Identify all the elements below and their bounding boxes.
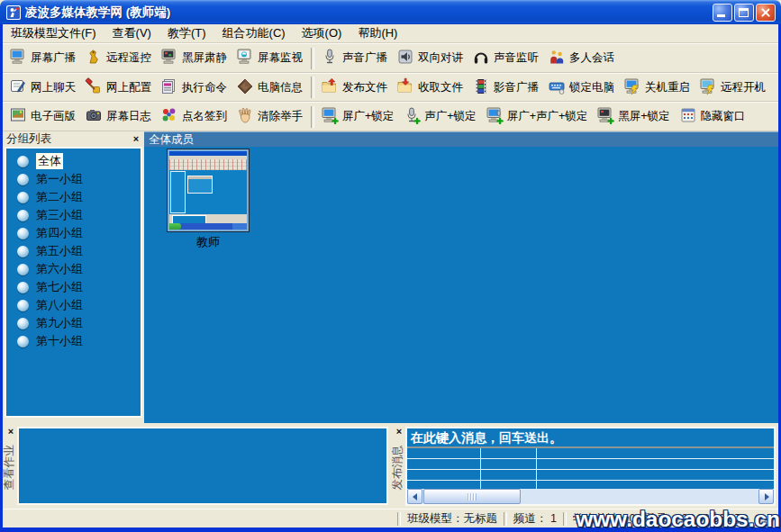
toolbar-button-voice-lock[interactable]: 声广+锁定: [399, 104, 481, 129]
group-item[interactable]: 全体: [6, 152, 141, 170]
toolbar-button-lock-computer[interactable]: 锁定电脑: [544, 76, 620, 100]
toolbar-button-exec-command[interactable]: 执行命令: [157, 76, 232, 100]
toolbar-button-label: 锁定电脑: [569, 80, 614, 95]
toolbar-button-net-chat[interactable]: 网上聊天: [5, 76, 81, 100]
toolbar-button-screen-broadcast[interactable]: 屏幕广播: [5, 46, 81, 70]
toolbar-button-net-config[interactable]: 网上配置: [81, 76, 157, 100]
scrollbar-thumb[interactable]: [423, 489, 521, 504]
toolbar-button-label: 网上配置: [106, 80, 151, 95]
homework-tab-label: 查看作业: [2, 437, 17, 499]
toolbar-button-label: 关机重启: [645, 80, 690, 95]
members-header-label: 全体成员: [149, 132, 194, 148]
group-item[interactable]: 第三小组: [6, 206, 141, 224]
message-input[interactable]: 在此键入消息，回车送出。: [407, 428, 774, 448]
collect-file-icon: [396, 77, 414, 98]
group-ball-icon: [17, 300, 29, 311]
toolbar-button-black-screen[interactable]: 黑屏肃静: [157, 46, 232, 70]
maximize-button[interactable]: [734, 4, 754, 22]
group-item[interactable]: 第八小组: [6, 296, 141, 314]
group-label: 第八小组: [36, 297, 83, 313]
toolbar-button-remote-poweron[interactable]: 远程开机: [695, 76, 771, 100]
group-label: 第九小组: [36, 315, 83, 331]
menu-item[interactable]: 组合功能(C): [214, 23, 294, 43]
toolbar-button-send-file[interactable]: 发布文件: [317, 76, 393, 100]
toolbar-button-label: 多人会话: [569, 50, 614, 66]
menu-item[interactable]: 帮助(H): [350, 23, 405, 43]
group-ball-icon: [17, 246, 29, 257]
toolbar-button-screen-voice-lock[interactable]: 屏广+声广+锁定: [482, 104, 594, 129]
menu-item[interactable]: 查看(V): [104, 23, 159, 43]
group-item[interactable]: 第六小组: [6, 260, 141, 278]
window-border-left: [0, 24, 3, 527]
multi-chat-icon: [548, 48, 566, 68]
toolbar-button-clear-hands[interactable]: 清除举手: [232, 104, 308, 129]
group-ball-icon: [17, 282, 29, 293]
group-item[interactable]: 第十小组: [6, 332, 141, 350]
toolbar-button-shutdown-restart[interactable]: 关机重启: [620, 76, 695, 100]
menu-item[interactable]: 选项(O): [294, 23, 350, 43]
group-ball-icon: [17, 336, 29, 347]
member-item: 教师: [167, 149, 250, 250]
toolbar-button-collect-file[interactable]: 收取文件: [393, 76, 468, 100]
toolbar-button-roll-call[interactable]: 点名签到: [157, 104, 232, 129]
black-screen-icon: [160, 48, 178, 68]
group-list-close-icon[interactable]: ×: [130, 133, 142, 145]
group-ball-icon: [17, 228, 29, 239]
toolbar-button-label: 远程开机: [721, 80, 766, 95]
toolbar-button-two-way-talk[interactable]: 双向对讲: [393, 46, 468, 70]
grid-column-line: [536, 448, 537, 489]
shutdown-restart-icon: [623, 77, 641, 98]
toolbar-button-screen-lock[interactable]: 屏广+锁定: [317, 104, 399, 129]
toolbar-button-label: 执行命令: [182, 80, 227, 95]
toolbar-button-blackscreen-lock[interactable]: 黑屏+锁定: [593, 104, 675, 129]
media-broadcast-icon: [472, 77, 490, 98]
group-item[interactable]: 第九小组: [6, 314, 141, 332]
toolbar-button-label: 屏幕日志: [106, 109, 151, 124]
toolbar-row-2: 网上聊天网上配置执行命令电脑信息发布文件收取文件影音广播锁定电脑关机重启远程开机: [3, 73, 778, 102]
toolbar-button-screen-log[interactable]: 屏幕日志: [81, 104, 157, 129]
toolbar-button-label: 发布文件: [342, 80, 387, 95]
group-item[interactable]: 第四小组: [6, 224, 141, 242]
message-close-icon[interactable]: ×: [393, 426, 405, 437]
group-item[interactable]: 第五小组: [6, 242, 141, 260]
group-label: 第十小组: [36, 333, 83, 349]
toolbar-button-computer-info[interactable]: 电脑信息: [232, 76, 308, 100]
voice-lock-icon: [403, 106, 421, 127]
remote-poweron-icon: [699, 77, 717, 98]
toolbar-button-media-broadcast[interactable]: 影音广播: [468, 76, 544, 100]
teacher-thumbnail[interactable]: [167, 149, 250, 232]
screen-voice-lock-icon: [486, 106, 504, 127]
whiteboard-icon: [9, 106, 27, 127]
scrollbar-track[interactable]: [521, 489, 758, 504]
toolbar-button-whiteboard[interactable]: 电子画版: [5, 104, 81, 129]
group-label: 第五小组: [36, 243, 83, 259]
horizontal-scrollbar: [407, 489, 774, 504]
menu-bar: 班级模型文件(F)查看(V)教学(T)组合功能(C)选项(O)帮助(H): [3, 24, 778, 43]
menu-item[interactable]: 班级模型文件(F): [3, 23, 104, 43]
scroll-right-icon[interactable]: [758, 489, 774, 504]
close-button[interactable]: [756, 4, 776, 22]
toolbar-button-label: 声音监听: [494, 50, 539, 66]
toolbar-button-voice-monitor[interactable]: 声音监听: [468, 46, 544, 70]
toolbar-button-voice-broadcast[interactable]: 声音广播: [317, 46, 393, 70]
toolbar-button-screen-monitor[interactable]: 屏幕监视: [232, 46, 308, 70]
homework-close-icon[interactable]: ×: [5, 426, 17, 437]
toolbar-button-remote-control[interactable]: 远程遥控: [81, 46, 157, 70]
toolbar-button-label: 屏幕监视: [258, 50, 303, 66]
group-item[interactable]: 第七小组: [6, 278, 141, 296]
group-item[interactable]: 第一小组: [6, 170, 141, 188]
toolbar-button-label: 电子画版: [31, 109, 76, 124]
message-panel: × 发布消息 在此键入消息，回车送出。: [391, 423, 778, 509]
toolbar-button-multi-chat[interactable]: 多人会话: [544, 46, 620, 70]
scroll-left-icon[interactable]: [407, 489, 422, 504]
toolbar-button-hide-window[interactable]: 隐藏窗口: [676, 104, 751, 129]
group-item[interactable]: 第二小组: [6, 188, 141, 206]
grid-column-line: [480, 448, 481, 489]
window-title: 凌波多媒体教学网 (教师端): [25, 5, 170, 21]
group-list: 全体第一小组第二小组第三小组第四小组第五小组第六小组第七小组第八小组第九小组第十…: [5, 147, 142, 418]
minimize-button[interactable]: [713, 4, 732, 22]
menu-item[interactable]: 教学(T): [159, 23, 214, 43]
toolbar-button-label: 网上聊天: [31, 80, 76, 95]
toolbar-button-label: 清除举手: [258, 109, 303, 124]
toolbar-separator: [311, 77, 314, 98]
